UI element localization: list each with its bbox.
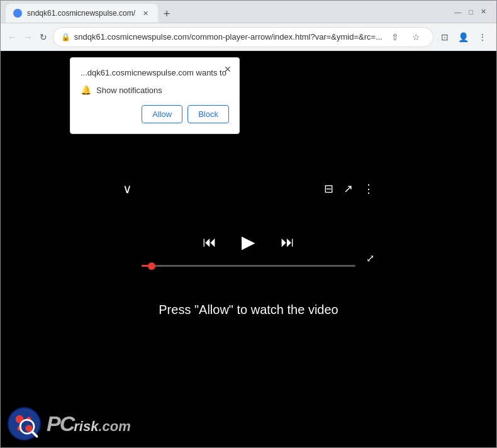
close-window-button[interactable]: ✕ xyxy=(481,8,486,16)
popup-close-button[interactable]: ✕ xyxy=(221,63,234,76)
block-button[interactable]: Block xyxy=(187,105,229,123)
share-page-button[interactable]: ⇧ xyxy=(386,28,404,46)
player-controls: ∨ ⊟ ↗ ⋮ ⏮ ▶ ⏭ ⤢ xyxy=(123,232,374,267)
new-tab-button[interactable]: + xyxy=(158,5,176,23)
share-icon[interactable]: ↗ xyxy=(343,182,353,196)
tab-bar: sndqk61.cosmicnewspulse.com/ ✕ + xyxy=(6,1,452,23)
queue-icon[interactable]: ⊟ xyxy=(324,182,333,196)
player-top-bar: ∨ ⊟ ↗ ⋮ xyxy=(123,181,374,196)
popup-permission-text: Show notifications xyxy=(96,86,162,95)
back-button[interactable]: ← xyxy=(6,28,19,46)
popup-permission-row: 🔔 Show notifications xyxy=(81,85,229,95)
transport-controls: ⏮ ▶ ⏭ xyxy=(203,232,294,252)
popup-site-text: ...dqk61.cosmicnewspulse.com wants to xyxy=(81,68,229,77)
tab-favicon xyxy=(13,9,22,18)
watermark-pc: PC xyxy=(47,412,74,436)
more-icon[interactable]: ⋮ xyxy=(363,182,374,196)
watermark-text-container: PC risk .com xyxy=(47,412,131,436)
profile-button[interactable]: 👤 xyxy=(455,28,472,46)
player-message: Press "Allow" to watch the video xyxy=(159,303,338,317)
watermark-dotcom: .com xyxy=(98,418,130,435)
menu-button[interactable]: ⋮ xyxy=(474,28,491,46)
fullscreen-button[interactable]: ⤢ xyxy=(366,252,374,264)
watermark: PC risk .com xyxy=(7,406,131,441)
player-top-icons: ⊟ ↗ ⋮ xyxy=(324,182,374,196)
notification-popup: ✕ ...dqk61.cosmicnewspulse.com wants to … xyxy=(70,57,240,134)
active-tab[interactable]: sndqk61.cosmicnewspulse.com/ ✕ xyxy=(6,4,158,23)
address-bar[interactable]: 🔒 sndqk61.cosmicnewspulse.com/common-pla… xyxy=(53,27,433,47)
toolbar-icons: ⊡ 👤 ⋮ xyxy=(436,28,491,46)
chevron-down-icon[interactable]: ∨ xyxy=(123,181,132,196)
play-button[interactable]: ▶ xyxy=(242,232,255,252)
pcrisk-logo xyxy=(7,406,42,441)
lock-icon: 🔒 xyxy=(61,33,70,42)
maximize-button[interactable]: □ xyxy=(469,8,473,16)
title-bar: sndqk61.cosmicnewspulse.com/ ✕ + — □ ✕ xyxy=(1,1,496,23)
progress-area[interactable]: ⤢ xyxy=(123,265,374,267)
tab-title: sndqk61.cosmicnewspulse.com/ xyxy=(27,9,135,18)
allow-button[interactable]: Allow xyxy=(142,105,182,123)
svg-point-4 xyxy=(25,425,32,432)
tab-close-button[interactable]: ✕ xyxy=(140,8,150,18)
next-button[interactable]: ⏭ xyxy=(281,234,294,250)
extensions-button[interactable]: ⊡ xyxy=(436,28,454,46)
progress-bar[interactable] xyxy=(142,265,355,267)
toolbar: ← → ↻ 🔒 sndqk61.cosmicnewspulse.com/comm… xyxy=(1,23,496,51)
progress-dot xyxy=(148,262,155,270)
popup-buttons: Allow Block xyxy=(81,105,229,123)
watermark-risk: risk xyxy=(74,418,98,435)
minimize-button[interactable]: — xyxy=(454,8,461,16)
content-area: ✕ ...dqk61.cosmicnewspulse.com wants to … xyxy=(1,51,496,447)
browser-frame: sndqk61.cosmicnewspulse.com/ ✕ + — □ ✕ ←… xyxy=(0,0,497,448)
address-text: sndqk61.cosmicnewspulse.com/common-playe… xyxy=(74,32,383,42)
bell-icon: 🔔 xyxy=(81,85,91,95)
prev-button[interactable]: ⏮ xyxy=(203,234,216,250)
forward-button[interactable]: → xyxy=(21,28,35,46)
reload-button[interactable]: ↻ xyxy=(37,28,50,46)
window-controls: — □ ✕ xyxy=(454,8,491,16)
bookmark-button[interactable]: ☆ xyxy=(408,28,425,46)
